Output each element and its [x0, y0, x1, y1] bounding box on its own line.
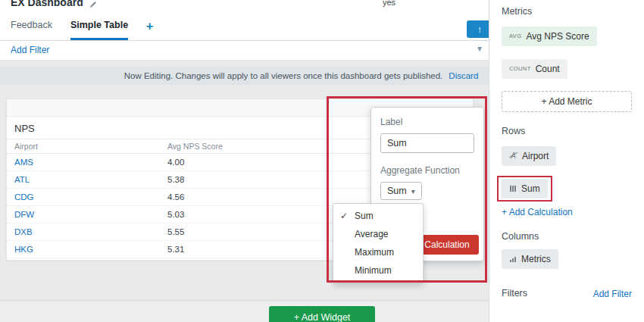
- chevron-down-icon: ▾: [411, 187, 415, 195]
- metric-type-label: COUNT: [509, 64, 531, 74]
- annotation-highlight-sum-chip: Sum: [497, 176, 552, 202]
- column-chip-metrics[interactable]: Metrics: [502, 249, 558, 269]
- add-metric-button[interactable]: + Add Metric: [502, 91, 632, 112]
- column-header-airport[interactable]: Airport: [7, 139, 160, 154]
- metric-type-label: AVG: [509, 31, 521, 42]
- number-set-icon: [509, 185, 517, 192]
- check-icon: ✓: [340, 207, 348, 225]
- filters-heading: Filters: [502, 288, 527, 299]
- metric-label: Count: [536, 64, 560, 74]
- row-chip-label: Sum: [521, 183, 540, 194]
- rows-heading: Rows: [502, 126, 632, 137]
- edit-pencil-icon[interactable]: [89, 1, 97, 8]
- dashboard-title: EX Dashboard: [11, 0, 83, 8]
- airport-link[interactable]: ATL: [14, 175, 30, 184]
- menu-item-average[interactable]: Average: [333, 225, 423, 243]
- row-chip-label: Airport: [522, 151, 549, 161]
- airport-link[interactable]: HKG: [14, 245, 33, 254]
- metrics-heading: Metrics: [502, 6, 632, 17]
- banner-message: Now Editing. Changes will apply to all v…: [124, 71, 443, 80]
- tab-feedback[interactable]: Feedback: [11, 12, 52, 40]
- airport-link[interactable]: AMS: [14, 158, 33, 167]
- columns-heading: Columns: [502, 231, 632, 242]
- bar-chart-icon: [509, 255, 517, 263]
- settings-sidebar: Metrics AVG Avg NPS Score COUNT Count + …: [489, 0, 644, 322]
- row-chip-sum[interactable]: Sum: [502, 179, 548, 199]
- menu-item-label: Minimum: [355, 265, 392, 276]
- menu-item-label: Maximum: [355, 247, 394, 258]
- chevron-down-icon[interactable]: ▾: [477, 43, 482, 54]
- dashboard-editor: EX Dashboard yes Feedback Simple Table +…: [0, 0, 644, 322]
- column-chip-label: Metrics: [521, 254, 551, 264]
- row-chip-airport[interactable]: A Airport: [502, 146, 556, 166]
- filters-section: Filters Add Filter: [502, 288, 632, 299]
- menu-item-label: Average: [355, 229, 388, 239]
- add-filter-link[interactable]: Add Filter: [11, 45, 49, 55]
- aggregate-function-menu: ✓ Sum Average Maximum Minimum: [333, 203, 424, 283]
- metric-label: Avg NPS Score: [526, 31, 589, 42]
- add-tab-button[interactable]: +: [146, 12, 153, 40]
- menu-item-sum[interactable]: ✓ Sum: [333, 207, 423, 225]
- metric-chip-avg-nps-score[interactable]: AVG Avg NPS Score: [502, 27, 597, 46]
- airport-link[interactable]: CDG: [14, 192, 34, 202]
- airport-link[interactable]: DXB: [14, 227, 33, 236]
- text-variable-icon: A: [509, 151, 517, 161]
- menu-item-minimum[interactable]: Minimum: [333, 261, 423, 280]
- aggregate-selected-value: Sum: [387, 186, 407, 196]
- aggregate-function-heading: Aggregate Function: [380, 165, 474, 176]
- menu-item-label: Sum: [355, 211, 374, 221]
- sidebar-add-filter-link[interactable]: Add Filter: [593, 289, 632, 299]
- label-heading: Label: [380, 117, 474, 127]
- label-input[interactable]: [380, 133, 474, 153]
- aggregate-function-select[interactable]: Sum ▾: [380, 182, 422, 200]
- header-right-text: yes: [383, 0, 395, 7]
- upload-arrow-icon: ↑: [477, 23, 483, 35]
- discard-link[interactable]: Discard: [449, 71, 478, 80]
- tab-simple-table[interactable]: Simple Table: [70, 12, 128, 40]
- add-widget-button[interactable]: + Add Widget: [269, 306, 375, 322]
- metric-chip-count[interactable]: COUNT Count: [502, 59, 567, 79]
- menu-item-maximum[interactable]: Maximum: [333, 243, 423, 261]
- airport-link[interactable]: DFW: [14, 210, 34, 219]
- add-calculation-link[interactable]: + Add Calculation: [502, 207, 632, 218]
